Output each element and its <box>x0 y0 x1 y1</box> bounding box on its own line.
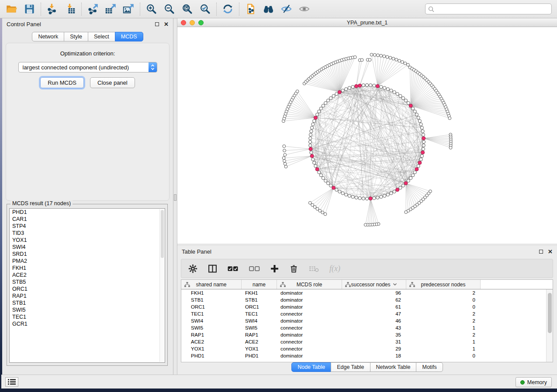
cell-MCDS-role: connector <box>277 325 342 330</box>
mcds-panel: Optimization criterion: largest connecte… <box>6 43 170 201</box>
mcds-result-item[interactable]: ACE2 <box>10 272 165 279</box>
zoom-out-icon <box>163 3 175 15</box>
network-window: YPA_prune.txt_1 <box>177 18 557 244</box>
memory-button[interactable]: Memory <box>515 377 552 387</box>
table-header-row: shared namenameMCDS rolesuccessor nodesp… <box>181 280 553 289</box>
tab-node-table[interactable]: Node Table <box>291 362 331 372</box>
table-row[interactable]: TEC1TEC1connector472 <box>181 310 553 317</box>
column-header-MCDS-role[interactable]: MCDS role <box>277 280 342 289</box>
hide-selected-icon <box>280 3 292 15</box>
mcds-result-item[interactable]: SRD1 <box>10 251 165 258</box>
tab-network[interactable]: Network <box>32 32 64 41</box>
zoom-in-button[interactable] <box>142 1 160 17</box>
control-panel-tabs: NetworkStyleSelectMCDS <box>32 32 143 41</box>
network-graph[interactable] <box>177 27 557 244</box>
cell-name: TEC1 <box>242 311 277 316</box>
mcds-result-item[interactable]: PHD1 <box>10 209 165 216</box>
zoom-selected-button[interactable] <box>196 1 214 17</box>
mcds-result-item[interactable]: GCR1 <box>10 320 165 327</box>
mcds-result-item[interactable]: TID3 <box>10 230 165 237</box>
table-row[interactable]: ORC1ORC1dominator610 <box>181 303 553 310</box>
import-network-button[interactable] <box>43 1 61 17</box>
close-table-panel-icon[interactable]: ✕ <box>548 249 553 254</box>
open-file-button[interactable] <box>3 1 21 17</box>
table-row[interactable]: FKH1FKH1dominator962 <box>181 289 553 296</box>
delete-columns-button[interactable] <box>289 264 298 273</box>
search-field[interactable] <box>425 3 552 14</box>
mcds-result-item[interactable]: SWI5 <box>10 306 165 313</box>
cell-successor-nodes: 29 <box>342 346 406 351</box>
cell-shared-name: SWI5 <box>181 325 242 330</box>
mcds-result-item[interactable]: CAR1 <box>10 216 165 223</box>
save-session-button[interactable] <box>21 1 38 17</box>
splitter-grip[interactable] <box>174 194 176 201</box>
vertical-splitter[interactable] <box>173 18 177 375</box>
tab-select[interactable]: Select <box>88 32 115 41</box>
cell-predecessor-nodes: 1 <box>406 325 481 330</box>
column-header-name[interactable]: name <box>242 280 277 289</box>
deselect-all-button[interactable] <box>249 265 260 272</box>
cell-name: FKH1 <box>242 290 277 296</box>
zoom-fit-button[interactable] <box>178 1 196 17</box>
mcds-result-item[interactable]: RAP1 <box>10 292 165 299</box>
table-row[interactable]: SWI4SWI4dominator462 <box>181 317 553 324</box>
split-panel-button[interactable] <box>208 264 217 273</box>
mcds-result-item[interactable]: TEC1 <box>10 313 165 320</box>
cell-successor-nodes: 61 <box>342 304 406 309</box>
search-input[interactable] <box>436 5 549 13</box>
float-table-panel-icon[interactable] <box>539 250 543 254</box>
table-row[interactable]: RAP1RAP1dominator352 <box>181 331 553 338</box>
run-mcds-button[interactable]: Run MCDS <box>40 77 84 88</box>
cell-successor-nodes: 35 <box>342 332 406 337</box>
add-column-button[interactable] <box>270 265 279 273</box>
cell-successor-nodes: 46 <box>342 318 406 323</box>
export-network-button[interactable] <box>84 1 102 17</box>
table-scrollbar-thumb[interactable] <box>548 293 552 333</box>
mcds-result-item[interactable]: STB1 <box>10 299 165 306</box>
find-binoculars-button[interactable] <box>259 1 277 17</box>
tab-edge-table[interactable]: Edge Table <box>331 362 370 372</box>
cell-predecessor-nodes: 0 <box>406 353 481 358</box>
tab-mcds[interactable]: MCDS <box>115 32 143 41</box>
tab-style[interactable]: Style <box>64 32 88 41</box>
mcds-result-item[interactable]: PMA2 <box>10 258 165 265</box>
table-row[interactable]: STB1STB1dominator620 <box>181 296 553 303</box>
column-header-shared-name[interactable]: shared name <box>181 280 242 289</box>
column-header-successor-nodes[interactable]: successor nodes <box>342 280 406 289</box>
mcds-list-scrollbar[interactable] <box>159 209 164 362</box>
export-table-icon <box>105 3 117 15</box>
column-header-predecessor-nodes[interactable]: predecessor nodes <box>406 280 481 289</box>
select-all-button[interactable] <box>228 265 239 272</box>
table-row[interactable]: ACE2ACE2connector311 <box>181 338 553 345</box>
tab-network-table[interactable]: Network Table <box>370 362 417 372</box>
export-image-button[interactable] <box>120 1 138 17</box>
table-row[interactable]: YOX1YOX1connector291 <box>181 345 553 352</box>
mcds-result-item[interactable]: FKH1 <box>10 265 165 272</box>
mcds-result-item[interactable]: YOX1 <box>10 237 165 244</box>
show-all-button[interactable] <box>295 1 313 17</box>
table-row[interactable]: SWI5SWI5connector431 <box>181 324 553 331</box>
export-table-button[interactable] <box>102 1 120 17</box>
mcds-result-item[interactable]: STB5 <box>10 279 165 285</box>
tab-motifs[interactable]: Motifs <box>416 362 443 372</box>
import-network-icon <box>46 3 58 15</box>
optimization-criterion-select[interactable]: largest connected component (undirected) <box>18 62 157 72</box>
close-panel-icon[interactable]: ✕ <box>164 21 169 27</box>
mcds-result-item[interactable]: STP4 <box>10 223 165 230</box>
cell-shared-name: SWI4 <box>181 318 242 323</box>
mcds-result-item[interactable]: ORC1 <box>10 285 165 292</box>
import-table-button[interactable] <box>61 1 79 17</box>
float-panel-icon[interactable] <box>155 22 159 26</box>
zoom-out-button[interactable] <box>160 1 178 17</box>
mcds-result-item[interactable]: SWI4 <box>10 244 165 251</box>
node-table: shared namenameMCDS rolesuccessor nodesp… <box>181 279 553 362</box>
task-history-button[interactable] <box>5 377 18 387</box>
table-row[interactable]: PHD1PHD1dominator180 <box>181 352 553 359</box>
table-scrollbar[interactable] <box>546 289 553 362</box>
new-network-from-selection-button[interactable] <box>242 1 259 17</box>
hide-selected-button[interactable] <box>277 1 295 17</box>
close-panel-button[interactable]: Close panel <box>90 77 135 88</box>
settings-gear-button[interactable] <box>188 264 197 273</box>
status-bar: Memory <box>1 375 557 389</box>
apply-layout-button[interactable] <box>219 1 237 17</box>
